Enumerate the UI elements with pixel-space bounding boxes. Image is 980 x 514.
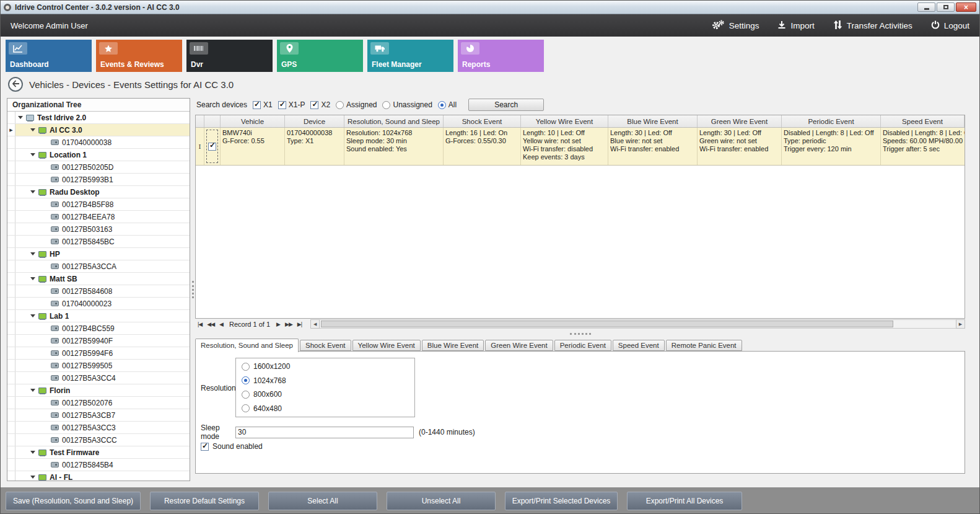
tree-device-row[interactable]: 00127B584608: [7, 285, 190, 298]
tree-device-row[interactable]: 017040000023: [7, 298, 190, 310]
tree-device-row[interactable]: 00127B5A3CCA: [7, 260, 190, 273]
nav-prev-icon[interactable]: ◀: [217, 321, 225, 327]
checkbox-icon[interactable]: [253, 101, 261, 109]
resolution-option-1600x1200[interactable]: 1600x1200: [242, 362, 409, 371]
export-print-selected-devices-button[interactable]: Export/Print Selected Devices: [505, 492, 618, 510]
filter-all[interactable]: All: [438, 100, 457, 109]
column-header-vehicle[interactable]: Vehicle: [221, 115, 285, 127]
horizontal-splitter[interactable]: [195, 330, 965, 337]
column-header-speed[interactable]: Speed Event: [881, 115, 965, 127]
expand-collapse-icon[interactable]: [18, 116, 23, 119]
tile-fleet-manager[interactable]: Fleet Manager: [367, 40, 453, 72]
select-all-button[interactable]: Select All: [268, 492, 377, 510]
tree-device-row[interactable]: 00127B5845B4: [7, 459, 190, 471]
tree-device-row[interactable]: 00127B59940F: [7, 335, 190, 347]
expand-collapse-icon[interactable]: [30, 153, 35, 156]
row-checkbox-cell[interactable]: [204, 128, 221, 165]
resolution-option-640x480[interactable]: 640x480: [242, 404, 409, 413]
filter-unassigned[interactable]: Unassigned: [382, 100, 432, 109]
search-button[interactable]: Search: [468, 99, 544, 111]
expand-collapse-icon[interactable]: [30, 451, 35, 454]
tree-group-row[interactable]: Test Firmware: [7, 446, 190, 459]
tree-group-row[interactable]: Location 1: [7, 149, 190, 161]
scrollbar-thumb[interactable]: [321, 321, 893, 327]
tree-device-row[interactable]: 017040000038: [7, 136, 190, 149]
column-header-device[interactable]: Device: [285, 115, 344, 127]
tree-device-row[interactable]: 00127B5A3CCC: [7, 434, 190, 446]
scrollbar-track[interactable]: [320, 319, 956, 329]
tree-group-row[interactable]: AI - FL: [7, 471, 190, 481]
filter-assigned[interactable]: Assigned: [336, 100, 377, 109]
tile-dvr[interactable]: Dvr: [186, 40, 273, 72]
export-print-all-devices-button[interactable]: Export/Print All Devices: [627, 492, 742, 510]
expand-collapse-icon[interactable]: [30, 314, 35, 317]
tree-device-row[interactable]: 00127B5845BC: [7, 236, 190, 248]
nav-last-icon[interactable]: ▶|: [295, 321, 304, 327]
expand-collapse-icon[interactable]: [30, 476, 35, 479]
radio-icon[interactable]: [242, 391, 250, 399]
resolution-option-800x600[interactable]: 800x600: [242, 390, 409, 399]
nav-next-icon[interactable]: ▶: [274, 321, 282, 327]
sound-checkbox[interactable]: [201, 443, 209, 451]
filter-x2[interactable]: X2: [310, 100, 330, 109]
tab-resolution-sound-and-sleep[interactable]: Resolution, Sound and Sleep: [195, 339, 299, 352]
checkbox-icon[interactable]: [278, 101, 286, 109]
tree-device-row[interactable]: 00127B5A3CC4: [7, 372, 190, 384]
transfer-activities-button[interactable]: Transfer Activities: [833, 20, 912, 31]
radio-icon[interactable]: [242, 376, 250, 384]
logout-button[interactable]: Logout: [931, 20, 969, 31]
tree-group-row[interactable]: ▶AI CC 3.0: [7, 124, 190, 136]
close-button[interactable]: ×: [956, 2, 976, 12]
tab-speed-event[interactable]: Speed Event: [613, 340, 665, 351]
filter-x1[interactable]: X1: [253, 100, 273, 109]
restore-default-settings-button[interactable]: Restore Default Settings: [150, 492, 259, 510]
nav-first-icon[interactable]: |◀: [195, 321, 204, 327]
maximize-button[interactable]: [937, 2, 955, 12]
tree-device-row[interactable]: 00127B4EEA78: [7, 211, 190, 223]
column-header-green-wire[interactable]: Green Wire Event: [698, 115, 782, 127]
tab-blue-wire-event[interactable]: Blue Wire Event: [422, 340, 484, 351]
tile-events-reviews[interactable]: Events & Reviews: [96, 40, 182, 72]
radio-icon[interactable]: [242, 363, 250, 371]
resolution-option-1024x768[interactable]: 1024x768: [242, 376, 409, 385]
nav-prev-page-icon[interactable]: ◀◀: [204, 321, 217, 327]
radio-icon[interactable]: [336, 101, 344, 109]
settings-button[interactable]: Settings: [711, 20, 759, 32]
tree-group-row[interactable]: Radu Desktop: [7, 186, 190, 198]
sound-enabled-row[interactable]: Sound enabled: [201, 442, 263, 451]
tree-device-row[interactable]: 00127B5994F6: [7, 347, 190, 360]
column-header-shock[interactable]: Shock Event: [444, 115, 521, 127]
device-row[interactable]: I BMW740iG-Force: 0.55 017040000038Type:…: [196, 128, 965, 166]
tree-device-row[interactable]: 00127B503163: [7, 223, 190, 236]
tree-device-row[interactable]: 00127B5A3CC3: [7, 422, 190, 434]
tree-group-row[interactable]: Matt SB: [7, 273, 190, 285]
expand-collapse-icon[interactable]: [30, 389, 35, 392]
column-header-resolution[interactable]: Resolution, Sound and Sleep: [344, 115, 444, 127]
checkbox-icon[interactable]: [310, 101, 318, 109]
nav-next-page-icon[interactable]: ▶▶: [282, 321, 295, 327]
expand-collapse-icon[interactable]: [30, 128, 35, 131]
save-resolution-sound-and-sleep-button[interactable]: Save (Resolution, Sound and Sleep): [6, 492, 141, 510]
grid-checkbox-header[interactable]: [204, 115, 221, 127]
tree-device-row[interactable]: 00127B599505: [7, 360, 190, 372]
scroll-right-icon[interactable]: ▶: [956, 319, 965, 329]
scroll-left-icon[interactable]: ◀: [310, 319, 320, 329]
tab-remote-panic-event[interactable]: Remote Panic Event: [666, 340, 742, 351]
row-checkbox[interactable]: [208, 143, 216, 151]
tree-group-row[interactable]: Test Idrive 2.0: [7, 112, 190, 124]
tree-device-row[interactable]: 00127B50205D: [7, 161, 190, 174]
radio-icon[interactable]: [382, 101, 390, 109]
radio-icon[interactable]: [242, 404, 250, 412]
tab-green-wire-event[interactable]: Green Wire Event: [485, 340, 553, 351]
tree-device-row[interactable]: 00127B4BC559: [7, 322, 190, 335]
tree-device-row[interactable]: 00127B502076: [7, 397, 190, 409]
tab-shock-event[interactable]: Shock Event: [300, 340, 351, 351]
tree-device-row[interactable]: 00127B5993B1: [7, 174, 190, 186]
expand-collapse-icon[interactable]: [30, 190, 35, 193]
filter-x1p[interactable]: X1-P: [278, 100, 305, 109]
tile-dashboard[interactable]: Dashboard: [6, 40, 92, 72]
tree-group-row[interactable]: Florin: [7, 384, 190, 397]
sleep-mode-input[interactable]: [235, 427, 414, 438]
radio-icon[interactable]: [438, 101, 446, 109]
column-header-blue-wire[interactable]: Blue Wire Event: [608, 115, 698, 127]
